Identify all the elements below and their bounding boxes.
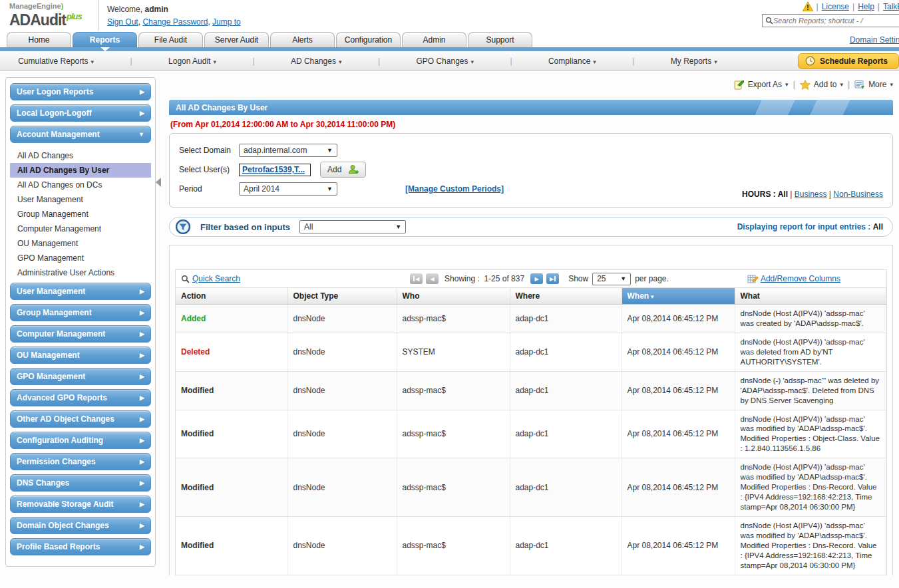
users-input[interactable] [239, 164, 311, 176]
sidebar-item-gpo-management[interactable]: GPO Management [10, 251, 151, 265]
manageengine-logo[interactable]: ManageEngine) ADAuditplus [0, 0, 98, 31]
sidebar-section-label: Removable Storage Audit [17, 500, 114, 509]
cell-object-type: dnsNode [287, 410, 397, 458]
first-page-button[interactable]: ◀ [410, 273, 423, 284]
sidebar-item-ou-management[interactable]: OU Management [10, 236, 151, 251]
tab-configuration[interactable]: Configuration [336, 32, 401, 47]
sidebar-section-label: Other AD Object Changes [17, 414, 114, 424]
talkback-link[interactable]: TalkBack [883, 2, 899, 11]
report-subnav: Cumulative Reports▾|Logon Audit▾|AD Chan… [0, 51, 899, 71]
help-link[interactable]: Help [858, 2, 874, 11]
subnav-item-logon-audit[interactable]: Logon Audit▾ [168, 57, 216, 66]
subnav-item-compliance[interactable]: Compliance▾ [548, 57, 596, 66]
sidebar-section-group-management[interactable]: Group Management▶ [10, 304, 151, 321]
hours-business-link[interactable]: Business [795, 190, 827, 199]
chevron-down-icon: ▾ [213, 59, 216, 65]
sidebar-section-label: Computer Management [17, 329, 105, 339]
page-size-select[interactable]: 25▼ [592, 273, 631, 285]
tab-admin[interactable]: Admin [402, 32, 466, 47]
license-link[interactable]: License [822, 2, 849, 11]
column-header-what[interactable]: What [735, 288, 886, 305]
sidebar-item-user-management[interactable]: User Management [10, 192, 151, 207]
quick-search-link[interactable]: Quick Search [181, 274, 240, 283]
subnav-item-ad-changes[interactable]: AD Changes▾ [291, 57, 342, 66]
prev-page-button[interactable]: ◀ [426, 273, 439, 284]
cell-who: adssp-mac$ [397, 458, 510, 517]
sidebar-section-label: Permission Changes [17, 457, 96, 466]
table-row[interactable]: ModifieddnsNodeadssp-mac$adap-dc1Apr 08,… [176, 458, 886, 517]
tab-file-audit[interactable]: File Audit [138, 32, 203, 47]
sidebar-section-profile-based-reports[interactable]: Profile Based Reports▶ [10, 538, 151, 555]
table-row[interactable]: ModifieddnsNodeadssp-mac$adap-dc1Apr 08,… [176, 410, 886, 458]
sidebar-section-label: Profile Based Reports [17, 542, 100, 551]
table-row[interactable]: AddeddnsNodeadssp-mac$adap-dc1Apr 08,201… [176, 305, 886, 333]
tab-alerts[interactable]: Alerts [270, 32, 335, 47]
sidebar-section-permission-changes[interactable]: Permission Changes▶ [10, 453, 151, 470]
table-row[interactable]: ModifieddnsNodeadssp-mac$adap-dc1Apr 08,… [176, 371, 886, 410]
sidebar-section-domain-object-changes[interactable]: Domain Object Changes▶ [10, 517, 151, 534]
subnav-item-gpo-changes[interactable]: GPO Changes▾ [416, 57, 474, 66]
column-header-where[interactable]: Where [510, 288, 622, 305]
sidebar-section-ou-management[interactable]: OU Management▶ [10, 347, 151, 364]
sidebar-item-computer-management[interactable]: Computer Management [10, 221, 151, 236]
chevron-right-icon: ▶ [140, 458, 144, 465]
cell-where: adap-dc1 [510, 371, 622, 410]
manage-custom-periods-link[interactable]: [Manage Custom Periods] [405, 184, 504, 194]
filter-bar: Filter based on inputs All▼ Displaying r… [169, 217, 893, 237]
schedule-reports-button[interactable]: Schedule Reports [798, 53, 899, 69]
sidebar-section-computer-management[interactable]: Computer Management▶ [10, 325, 151, 343]
sidebar-section-configuration-auditing[interactable]: Configuration Auditing▶ [10, 432, 151, 449]
sidebar-item-all-ad-changes-on-dcs[interactable]: All AD Changes on DCs [10, 178, 151, 192]
export-as-button[interactable]: Export As▾ [734, 79, 789, 90]
cell-where: adap-dc1 [510, 410, 622, 458]
add-to-button[interactable]: Add to▾ [800, 80, 843, 90]
sidebar-section-user-management[interactable]: User Management▶ [10, 283, 151, 300]
sidebar-section-other-ad-object-changes[interactable]: Other AD Object Changes▶ [10, 410, 151, 428]
table-row[interactable]: ModifieddnsNodeadssp-mac$adap-dc1Apr 08,… [176, 516, 886, 575]
cell-where: adap-dc1 [510, 305, 622, 333]
sidebar-collapse-handle[interactable] [156, 178, 161, 187]
sidebar-section-advanced-gpo-reports[interactable]: Advanced GPO Reports▶ [10, 389, 151, 406]
sidebar-section-gpo-management[interactable]: GPO Management▶ [10, 368, 151, 385]
filter-select[interactable]: All▼ [299, 220, 406, 233]
sidebar-section-removable-storage-audit[interactable]: Removable Storage Audit▶ [10, 496, 151, 513]
more-button[interactable]: More▾ [854, 80, 893, 90]
sidebar-section-dns-changes[interactable]: DNS Changes▶ [10, 474, 151, 492]
sidebar-section-account-management[interactable]: Account Management▼ [10, 126, 151, 143]
domain-select[interactable]: adap.internal.com▼ [239, 144, 337, 157]
sidebar-item-administrative-user-actions[interactable]: Administrative User Actions [10, 265, 151, 280]
next-page-button[interactable]: ▶ [530, 273, 543, 284]
tab-reports[interactable]: Reports [73, 32, 137, 47]
search-input[interactable] [773, 17, 899, 25]
tab-support[interactable]: Support [468, 32, 532, 47]
subnav-item-cumulative-reports[interactable]: Cumulative Reports▾ [18, 57, 94, 66]
chevron-right-icon: ▶ [140, 543, 144, 550]
hours-non-business-link[interactable]: Non-Business [833, 190, 883, 199]
sidebar-item-all-ad-changes-by-user[interactable]: All AD Changes By User [10, 163, 151, 178]
column-header-when[interactable]: When▼ [622, 288, 735, 305]
sign-out-link[interactable]: Sign Out [107, 17, 138, 27]
chevron-right-icon: ▶ [140, 522, 144, 529]
add-user-button[interactable]: Add [320, 162, 366, 178]
tab-home[interactable]: Home [7, 32, 71, 47]
sidebar-item-all-ad-changes[interactable]: All AD Changes [10, 148, 151, 163]
sidebar-item-group-management[interactable]: Group Management [10, 207, 151, 221]
last-page-button[interactable]: ▶ [546, 273, 559, 284]
jump-to-link[interactable]: Jump to [212, 17, 241, 27]
search-box[interactable] [762, 14, 899, 27]
table-row[interactable]: DeleteddnsNodeSYSTEMadap-dc1Apr 08,2014 … [176, 333, 886, 371]
subnav-item-my-reports[interactable]: My Reports▾ [671, 57, 717, 66]
cell-what: dnsNode (Host A(IPV4)) 'adssp-mac' was m… [735, 410, 886, 458]
add-remove-columns-link[interactable]: Add/Remove Columns [747, 274, 840, 284]
change-password-link[interactable]: Change Password [142, 17, 208, 27]
domain-settings-link[interactable]: Domain Settings [850, 35, 899, 45]
column-header-who[interactable]: Who [397, 288, 510, 305]
column-header-object-type[interactable]: Object Type [287, 288, 397, 305]
warning-icon[interactable] [803, 2, 813, 11]
sidebar-section-user-logon-reports[interactable]: User Logon Reports▶ [10, 83, 151, 100]
top-header: ManageEngine) ADAuditplus Welcome, admin… [0, 0, 899, 31]
column-header-action[interactable]: Action [176, 288, 287, 305]
period-select[interactable]: April 2014▼ [239, 182, 337, 196]
sidebar-section-local-logon-logoff[interactable]: Local Logon-Logoff▶ [10, 104, 151, 122]
tab-server-audit[interactable]: Server Audit [204, 32, 269, 47]
